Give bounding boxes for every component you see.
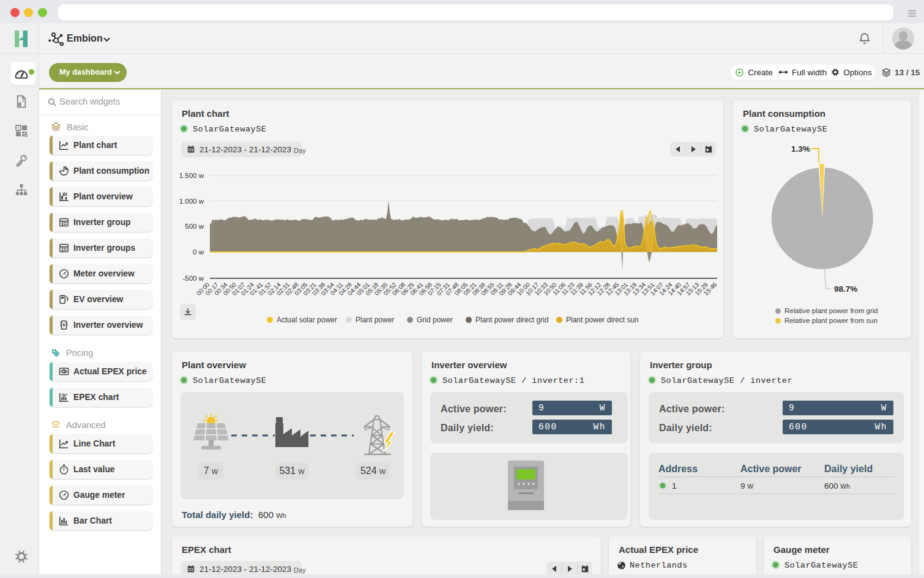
svg-text:0 w: 0 w xyxy=(193,248,204,256)
svg-text:-500 w: -500 w xyxy=(182,275,204,282)
svg-text:500 w: 500 w xyxy=(185,223,204,230)
svg-text:1.000 w: 1.000 w xyxy=(179,198,204,205)
svg-text:1.500 w: 1.500 w xyxy=(179,172,204,179)
